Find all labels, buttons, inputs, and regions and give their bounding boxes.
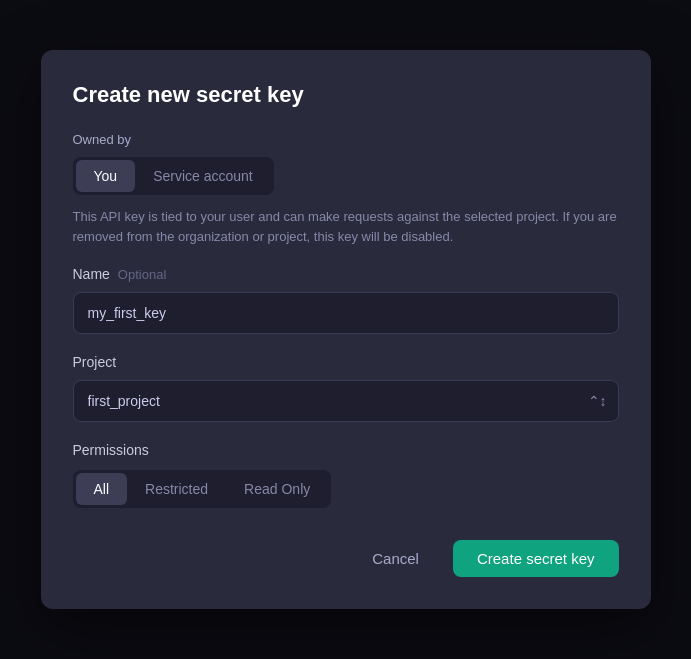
name-section: Name Optional — [73, 266, 619, 334]
modal-title: Create new secret key — [73, 82, 619, 108]
create-secret-key-button[interactable]: Create secret key — [453, 540, 619, 577]
owned-by-section: Owned by You Service account This API ke… — [73, 132, 619, 246]
owned-by-you-button[interactable]: You — [76, 160, 136, 192]
name-label: Name — [73, 266, 110, 282]
project-select[interactable]: first_project — [73, 380, 619, 422]
permission-read-only-button[interactable]: Read Only — [226, 473, 328, 505]
owned-by-info-text: This API key is tied to your user and ca… — [73, 207, 619, 246]
create-secret-key-modal: Create new secret key Owned by You Servi… — [41, 50, 651, 609]
permissions-toggle-group: All Restricted Read Only — [73, 470, 332, 508]
name-input[interactable] — [73, 292, 619, 334]
name-label-row: Name Optional — [73, 266, 619, 282]
permissions-label: Permissions — [73, 442, 619, 458]
permission-all-button[interactable]: All — [76, 473, 128, 505]
owned-by-label: Owned by — [73, 132, 619, 147]
permissions-section: Permissions All Restricted Read Only — [73, 442, 619, 508]
owned-by-toggle-group: You Service account — [73, 157, 274, 195]
owned-by-service-account-button[interactable]: Service account — [135, 160, 271, 192]
project-select-wrapper: first_project ⌃↕ — [73, 380, 619, 422]
project-section: Project first_project ⌃↕ — [73, 354, 619, 422]
project-label: Project — [73, 354, 619, 370]
permission-restricted-button[interactable]: Restricted — [127, 473, 226, 505]
modal-footer: Cancel Create secret key — [73, 540, 619, 577]
cancel-button[interactable]: Cancel — [350, 540, 441, 577]
name-optional-label: Optional — [118, 267, 166, 282]
